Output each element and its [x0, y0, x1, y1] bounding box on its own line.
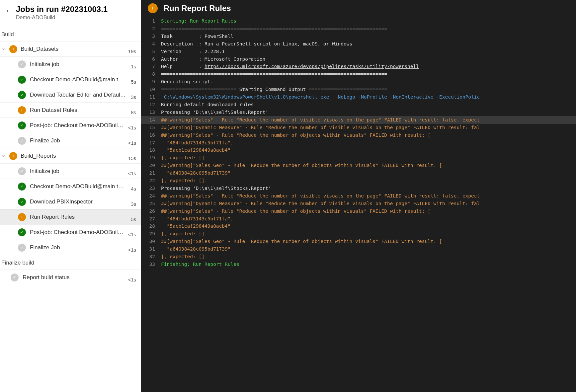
step-duration: <1s: [128, 120, 136, 130]
step-label: Download PBIXInspector: [30, 198, 127, 205]
log-line[interactable]: 1Starting: Run Report Rules: [141, 17, 576, 25]
log-line[interactable]: 16##[warning]"Sales" - Rule "Reduce the …: [141, 131, 576, 139]
skipped-icon: [18, 244, 26, 252]
log-line[interactable]: 11"C:\Windows\System32\WindowsPowerShell…: [141, 93, 576, 101]
line-number: 32: [141, 253, 161, 261]
back-button[interactable]: ←: [5, 5, 12, 14]
step-row[interactable]: Finalize Job<1s: [0, 133, 141, 148]
line-number: 13: [141, 109, 161, 116]
skipped-icon: [18, 60, 26, 68]
log-line[interactable]: 3Task : PowerShell: [141, 33, 576, 40]
log-line[interactable]: 24##[warning]"Sales" - Rule "Reduce the …: [141, 192, 576, 200]
log-line[interactable]: 25##[warning]"Dynamic Measure" - Rule "R…: [141, 200, 576, 207]
step-label: Download Tabular Editor and Default Rule…: [30, 92, 127, 98]
log-line[interactable]: 31 "a64038428c095bd71739": [141, 245, 576, 253]
log-line[interactable]: 2=======================================…: [141, 25, 576, 33]
step-duration: 8s: [131, 105, 136, 115]
step-label: Run Dataset Rules: [30, 107, 127, 114]
job-row[interactable]: Build_Datasets19s: [0, 41, 141, 56]
line-content: "a64038428c095bd71739": [161, 245, 576, 253]
line-content: Help : https://docs.microsoft.com/azure/…: [161, 63, 576, 70]
line-number: 3: [141, 33, 161, 40]
step-duration: <1s: [128, 242, 136, 253]
step-row[interactable]: Post-job: Checkout Demo-ADOBuild@main to…: [0, 224, 141, 240]
log-line[interactable]: 15##[warning]"Dynamic Measure" - Rule "R…: [141, 124, 576, 131]
log-line[interactable]: 18 "5acb1caf298449a8acb4": [141, 146, 576, 154]
log-line[interactable]: 28 "5acb1caf298449a8acb4": [141, 222, 576, 230]
step-label: Report build status: [23, 274, 124, 281]
step-row[interactable]: Checkout Demo-ADOBuild@main to s/self5s: [0, 72, 141, 87]
line-content: "a64038428c095bd71739": [161, 169, 576, 177]
log-line[interactable]: 4Description : Run a PowerShell script o…: [141, 40, 576, 48]
line-number: 30: [141, 238, 161, 245]
success-icon: [18, 76, 26, 84]
line-content: "484fbdd73143c5bf71fa",: [161, 215, 576, 223]
step-row[interactable]: Download Tabular Editor and Default Rule…: [0, 87, 141, 102]
log-line[interactable]: 6Author : Microsoft Corporation: [141, 55, 576, 63]
line-content: ##[warning]"Sales" - Rule "Reduce the nu…: [161, 192, 576, 200]
pipeline-name: Demo-ADOBuild: [16, 15, 108, 21]
line-content: ], expected: [].: [161, 154, 576, 162]
log-line[interactable]: 33Finishing: Run Report Rules: [141, 261, 576, 268]
line-number: 10: [141, 86, 161, 93]
log-line[interactable]: 20##[warning]"Sales Geo" - Rule "Reduce …: [141, 162, 576, 169]
log-line[interactable]: 30##[warning]"Sales Geo" - Rule "Reduce …: [141, 238, 576, 245]
step-label: Finalize Job: [30, 137, 124, 144]
line-content: ========================================…: [161, 25, 576, 33]
step-row[interactable]: Post-job: Checkout Demo-ADOBuild@main to…: [0, 118, 141, 133]
log-line[interactable]: 13Processing 'D:\a\1\self\Sales.Report': [141, 109, 576, 116]
line-content: ##[warning]"Sales" - Rule "Reduce the nu…: [161, 131, 576, 139]
step-row[interactable]: Initialize job1s: [0, 56, 141, 72]
line-number: 1: [141, 17, 161, 25]
log-line[interactable]: 26##[warning]"Sales" - Rule "Reduce the …: [141, 207, 576, 215]
step-duration: <1s: [128, 135, 136, 146]
skipped-icon: [11, 274, 19, 281]
log-line[interactable]: 10========================== Starting Co…: [141, 86, 576, 93]
line-number: 23: [141, 185, 161, 192]
line-number: 25: [141, 200, 161, 207]
stage-label: Build: [0, 27, 141, 41]
line-number: 6: [141, 55, 161, 63]
log-line[interactable]: 21 "a64038428c095bd71739": [141, 169, 576, 177]
step-duration: <1s: [128, 227, 136, 237]
line-number: 12: [141, 101, 161, 109]
step-row[interactable]: Initialize job<1s: [0, 163, 141, 179]
step-label: Checkout Demo-ADOBuild@main to s/self: [30, 76, 127, 83]
log-line[interactable]: 22], expected: [].: [141, 177, 576, 185]
job-row[interactable]: Build_Reports15s: [0, 148, 141, 163]
warning-icon: [9, 152, 17, 160]
line-number: 33: [141, 261, 161, 268]
log-line[interactable]: 32], expected: [].: [141, 253, 576, 261]
step-row[interactable]: Finalize Job<1s: [0, 240, 141, 255]
log-line[interactable]: 14##[warning]"Sales" - Rule "Reduce the …: [141, 116, 576, 124]
log-line[interactable]: 8=======================================…: [141, 70, 576, 78]
log-line[interactable]: 19], expected: [].: [141, 154, 576, 162]
log-line[interactable]: 23Processing 'D:\a\1\self\Stocks.Report': [141, 185, 576, 192]
line-content: ##[warning]"Sales Geo" - Rule "Reduce th…: [161, 162, 576, 169]
finalize-step[interactable]: Report build status <1s: [0, 270, 141, 285]
step-row[interactable]: Run Dataset Rules8s: [0, 102, 141, 118]
line-number: 2: [141, 25, 161, 33]
step-row[interactable]: Run Report Rules5s: [0, 209, 141, 224]
log-line[interactable]: 12Running default downloaded rules: [141, 101, 576, 109]
line-number: 22: [141, 177, 161, 185]
job-duration: 15s: [128, 151, 136, 161]
line-number: 11: [141, 93, 161, 101]
line-number: 16: [141, 131, 161, 139]
line-number: 20: [141, 162, 161, 169]
step-row[interactable]: Download PBIXInspector3s: [0, 194, 141, 209]
log-line[interactable]: 17 "484fbdd73143c5bf71fa",: [141, 139, 576, 147]
log-line[interactable]: 5Version : 2.228.1: [141, 48, 576, 55]
step-row[interactable]: Checkout Demo-ADOBuild@main to s/self4s: [0, 179, 141, 194]
line-content: ##[warning]"Dynamic Measure" - Rule "Red…: [161, 124, 576, 131]
log-body[interactable]: 1Starting: Run Report Rules2============…: [141, 17, 576, 392]
log-line[interactable]: 27 "484fbdd73143c5bf71fa",: [141, 215, 576, 223]
success-icon: [18, 198, 26, 206]
skipped-icon: [18, 137, 26, 145]
step-label: Initialize job: [30, 61, 127, 68]
success-icon: [18, 228, 26, 236]
line-content: "484fbdd73143c5bf71fa",: [161, 139, 576, 147]
log-line[interactable]: 9Generating script.: [141, 78, 576, 86]
log-line[interactable]: 7Help : https://docs.microsoft.com/azure…: [141, 63, 576, 70]
log-line[interactable]: 29], expected: [].: [141, 230, 576, 238]
